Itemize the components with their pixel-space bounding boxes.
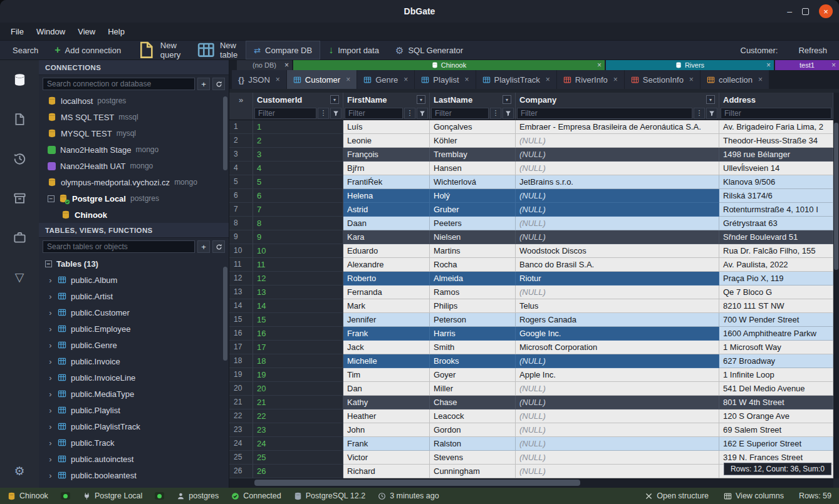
row-number[interactable]: 8 <box>229 217 253 230</box>
tab-collection[interactable]: collection× <box>701 70 769 89</box>
cell-lastname[interactable]: Cunningham <box>430 465 516 478</box>
cell-firstname[interactable]: Bjřrn <box>343 162 430 175</box>
status-postgre-local[interactable]: Postgre Local <box>83 491 142 500</box>
cell-customerid[interactable]: 12 <box>253 272 343 285</box>
row-number[interactable]: 12 <box>229 272 253 285</box>
cell-customerid[interactable]: 19 <box>253 368 343 382</box>
cell-customerid[interactable]: 9 <box>253 230 343 244</box>
tab-genre[interactable]: Genre× <box>357 70 414 89</box>
toolbar-import-data[interactable]: ↓Import data <box>320 41 387 59</box>
tab-json[interactable]: {}JSON× <box>232 70 286 89</box>
cell-address[interactable]: 700 W Pender Street <box>719 313 833 327</box>
cell-address[interactable]: 162 E Superior Street <box>719 437 833 451</box>
cell-firstname[interactable]: Mark <box>343 299 430 313</box>
menu-window[interactable]: Window <box>31 25 71 38</box>
sidebar-files[interactable] <box>8 110 31 128</box>
cell-address[interactable]: Av. Paulista, 2022 <box>719 258 833 272</box>
tab-group-chinook[interactable]: Chinook× <box>293 60 605 70</box>
toolbar-refresh[interactable]: Refresh <box>786 41 835 59</box>
cell-address[interactable]: 1 Infinite Loop <box>719 368 833 382</box>
cell-customerid[interactable]: 22 <box>253 409 343 423</box>
cell-customerid[interactable]: 8 <box>253 217 343 230</box>
column-dropdown-icon[interactable]: ▾ <box>706 95 715 104</box>
table-item-public-customer[interactable]: ›public.Customer <box>39 304 229 321</box>
cell-address[interactable]: 627 Broadway <box>719 354 833 368</box>
cell-address[interactable]: Klanova 9/506 <box>719 175 833 189</box>
tab-sectioninfo[interactable]: SectionInfo× <box>625 70 700 89</box>
close-icon[interactable]: × <box>613 75 618 84</box>
close-icon[interactable]: × <box>284 60 289 70</box>
cell-customerid[interactable]: 24 <box>253 437 343 451</box>
close-icon[interactable]: × <box>597 60 602 70</box>
row-number[interactable]: 9 <box>229 230 253 244</box>
filter-menu-icon[interactable]: ⋮ <box>490 108 501 119</box>
cell-firstname[interactable]: Kathy <box>343 396 430 409</box>
status-chinook[interactable]: Chinook <box>8 491 48 500</box>
sidebar-filters[interactable]: ▽ <box>8 267 31 286</box>
connection-localhost[interactable]: localhostpostgres <box>39 93 229 109</box>
filter-input-lastname[interactable] <box>431 108 489 119</box>
cell-company[interactable]: (NULL) <box>516 217 719 230</box>
tables-search-input[interactable] <box>43 240 195 253</box>
close-icon[interactable]: × <box>276 75 280 84</box>
cell-address[interactable]: 541 Del Medio Avenue <box>719 382 833 396</box>
close-icon[interactable]: × <box>404 75 408 84</box>
cell-customerid[interactable]: 10 <box>253 244 343 258</box>
cell-firstname[interactable]: Leonie <box>343 134 430 148</box>
cell-firstname[interactable]: Luís <box>343 120 430 134</box>
cell-customerid[interactable]: 11 <box>253 258 343 272</box>
row-number[interactable]: 5 <box>229 175 253 189</box>
cell-firstname[interactable]: Astrid <box>343 203 430 217</box>
row-number[interactable]: 18 <box>229 354 253 368</box>
tables-group-row[interactable]: − Tables (13) <box>39 255 229 272</box>
filter-input-firstname[interactable] <box>345 108 403 119</box>
status-view-columns[interactable]: View columns <box>724 491 784 500</box>
connections-scrollbar-thumb[interactable] <box>223 96 227 170</box>
tab-riverinfo[interactable]: RiverInfo× <box>557 70 624 89</box>
row-number[interactable]: 13 <box>229 285 253 299</box>
cell-customerid[interactable]: 3 <box>253 148 343 162</box>
cell-address[interactable]: Rilská 3174/6 <box>719 189 833 203</box>
horizontal-scrollbar-thumb[interactable] <box>254 480 580 486</box>
cell-company[interactable]: JetBrains s.r.o. <box>516 175 719 189</box>
filter-input-customerid[interactable] <box>254 108 316 119</box>
column-header-lastname[interactable]: LastName▾ <box>430 93 516 106</box>
titlebar[interactable]: DbGate – × <box>0 0 839 23</box>
maximize-button[interactable] <box>802 8 809 15</box>
table-item-public-album[interactable]: ›public.Album <box>39 272 229 288</box>
filter-input-address[interactable] <box>721 108 831 119</box>
cell-lastname[interactable]: Nielsen <box>430 230 516 244</box>
close-icon[interactable]: × <box>766 60 771 70</box>
cell-address[interactable]: Theodor-Heuss-Straße 34 <box>719 134 833 148</box>
cell-lastname[interactable]: Tremblay <box>430 148 516 162</box>
status-postgresql-12-2[interactable]: PostgreSQL 12.2 <box>294 491 365 500</box>
row-number[interactable]: 23 <box>229 423 253 437</box>
row-number[interactable]: 1 <box>229 120 253 134</box>
table-item-public-invoiceline[interactable]: ›public.InvoiceLine <box>39 369 229 386</box>
row-number[interactable]: 21 <box>229 396 253 409</box>
cell-address[interactable]: Rotenturmstraße 4, 1010 I <box>719 203 833 217</box>
cell-lastname[interactable]: Smith <box>430 341 516 354</box>
row-number[interactable]: 16 <box>229 327 253 341</box>
cell-firstname[interactable]: Kara <box>343 230 430 244</box>
filter-menu-icon[interactable]: ⋮ <box>318 108 329 119</box>
cell-lastname[interactable]: Holý <box>430 189 516 203</box>
menu-file[interactable]: File <box>5 25 29 38</box>
status-connected[interactable]: Connected <box>231 491 281 500</box>
cell-address[interactable]: Grétrystraat 63 <box>719 217 833 230</box>
cell-customerid[interactable]: 5 <box>253 175 343 189</box>
tab-customer[interactable]: Customer× <box>287 70 357 89</box>
cell-address[interactable]: Av. Brigadeiro Faria Lima, 2 <box>719 120 833 134</box>
cell-company[interactable]: Telus <box>516 299 719 313</box>
cell-address[interactable]: 120 S Orange Ave <box>719 409 833 423</box>
cell-company[interactable]: Microsoft Corporation <box>516 341 719 354</box>
sidebar-settings[interactable]: ⚙ <box>8 461 31 480</box>
table-item-public-booleantest[interactable]: ›public.booleantest <box>39 467 229 483</box>
filter-input-company[interactable] <box>517 108 692 119</box>
tab-playlisttrack[interactable]: PlaylistTrack× <box>476 70 556 89</box>
collapse-icon[interactable]: − <box>48 195 55 202</box>
add-connection-small-button[interactable]: + <box>197 78 210 90</box>
column-header-firstname[interactable]: FirstName▾ <box>343 93 430 106</box>
cell-firstname[interactable]: Fernanda <box>343 285 430 299</box>
cell-company[interactable]: (NULL) <box>516 148 719 162</box>
